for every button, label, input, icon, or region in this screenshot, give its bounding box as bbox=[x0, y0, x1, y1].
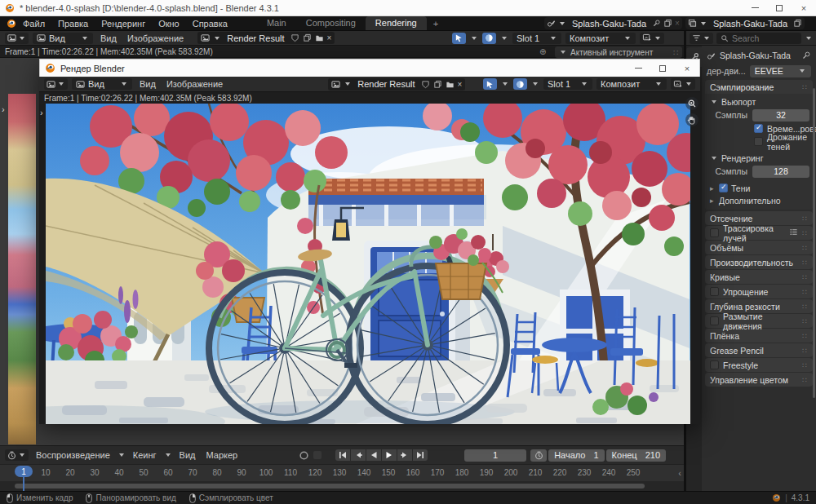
play-reverse-button[interactable] bbox=[366, 449, 381, 461]
pin-icon[interactable] bbox=[652, 19, 661, 28]
render-samples-field[interactable]: 128 bbox=[752, 166, 809, 178]
image-pin-button[interactable] bbox=[671, 78, 695, 90]
copy-icon[interactable] bbox=[663, 19, 672, 28]
menubar-item[interactable]: Файл bbox=[16, 19, 51, 29]
current-frame-field[interactable]: 1 bbox=[464, 449, 526, 462]
maximize-button[interactable] bbox=[767, 0, 792, 15]
datablock-name[interactable]: Render Result bbox=[355, 79, 417, 89]
sidebar-toggle-icon[interactable]: › bbox=[2, 105, 5, 113]
checkbox[interactable] bbox=[754, 137, 763, 146]
unlink-icon[interactable]: × bbox=[675, 19, 680, 28]
copy-icon[interactable] bbox=[793, 19, 802, 28]
frame-end-field[interactable]: Конец210 bbox=[606, 449, 666, 462]
prev-keyframe-button[interactable] bbox=[351, 449, 366, 461]
menu-image[interactable]: Изображение bbox=[163, 79, 226, 89]
view-mode-dropdown[interactable]: Вид bbox=[33, 33, 93, 44]
collapsed-panel[interactable]: Объёмы∷ bbox=[705, 241, 813, 254]
close-button[interactable]: × bbox=[675, 60, 699, 77]
render-window-titlebar[interactable]: Рендер Blender × bbox=[39, 59, 700, 77]
menu-marker[interactable]: Маркер bbox=[202, 450, 241, 460]
open-folder-icon[interactable] bbox=[446, 80, 455, 89]
slot-dropdown[interactable]: Slot 1 bbox=[543, 78, 592, 90]
minimize-button[interactable] bbox=[626, 60, 650, 77]
properties-scrollbar[interactable] bbox=[813, 88, 815, 398]
search-input[interactable]: Search bbox=[716, 33, 801, 44]
checkbox[interactable] bbox=[710, 287, 719, 296]
collapse-icon[interactable]: ‹ bbox=[678, 468, 681, 478]
viewport-subpanel-header[interactable]: Вьюпорт bbox=[708, 95, 809, 108]
blender-menu-icon[interactable] bbox=[7, 19, 16, 29]
menu-playback[interactable]: Воспроизведение bbox=[33, 450, 113, 460]
viewport-samples-field[interactable]: 32 bbox=[752, 109, 809, 122]
zoom-gizmo[interactable] bbox=[685, 97, 698, 110]
render-result-view[interactable]: › bbox=[39, 104, 700, 424]
fake-user-shield-icon[interactable] bbox=[290, 33, 299, 42]
menu-view[interactable]: Вид bbox=[136, 79, 159, 89]
jump-to-start-button[interactable] bbox=[335, 449, 350, 461]
scene-name[interactable]: Splash-Gaku-Tada bbox=[569, 19, 650, 29]
checkbox[interactable] bbox=[754, 124, 763, 133]
collapsed-panel[interactable]: Производительность∷ bbox=[705, 255, 813, 269]
menubar-item[interactable]: Рендеринг bbox=[95, 19, 152, 29]
view-layer-name[interactable]: Splash-Gaku-Tada bbox=[710, 19, 791, 29]
frame-start-field[interactable]: Начало1 bbox=[548, 449, 604, 462]
collapsed-panel[interactable]: Grease Pencil∷ bbox=[705, 343, 813, 357]
editor-type-button[interactable] bbox=[5, 449, 29, 461]
menubar-item[interactable]: Справка bbox=[186, 19, 234, 29]
checkbox[interactable] bbox=[710, 316, 719, 325]
collapsed-panel[interactable]: Упрощение∷ bbox=[705, 285, 813, 298]
menu-keying[interactable]: Кеинг bbox=[130, 450, 160, 460]
auto-key-record-icon[interactable] bbox=[299, 450, 309, 461]
menu-view[interactable]: Вид bbox=[97, 33, 120, 43]
jump-to-end-button[interactable] bbox=[413, 449, 428, 461]
datablock-name[interactable]: Render Result bbox=[224, 33, 286, 43]
display-channels-button[interactable] bbox=[482, 33, 496, 44]
editor-type-button[interactable] bbox=[5, 33, 29, 44]
collapsed-panel[interactable]: Размытие движения∷ bbox=[705, 314, 813, 328]
unlink-icon[interactable]: × bbox=[458, 80, 463, 89]
pin-icon[interactable] bbox=[801, 51, 811, 60]
timeline-track-area[interactable] bbox=[0, 481, 684, 491]
copy-icon[interactable] bbox=[303, 33, 312, 42]
collapsed-panel[interactable]: Управление цветом∷ bbox=[705, 373, 813, 387]
collapsed-panel[interactable]: Плёнка∷ bbox=[705, 329, 813, 343]
view-mode-dropdown[interactable]: Вид bbox=[72, 78, 132, 90]
add-workspace-button[interactable]: + bbox=[427, 17, 445, 30]
play-button[interactable] bbox=[382, 449, 397, 461]
unlink-icon[interactable]: × bbox=[327, 33, 332, 42]
minimize-button[interactable] bbox=[743, 0, 767, 15]
menubar-item[interactable]: Окно bbox=[152, 19, 186, 29]
filter-button[interactable] bbox=[690, 33, 713, 44]
timeline-scrollbar[interactable] bbox=[15, 484, 645, 489]
tweak-tool-button[interactable] bbox=[452, 33, 466, 44]
view-layer-selector[interactable]: Splash-Gaku-Tada bbox=[685, 17, 805, 29]
menu-image[interactable]: Изображение bbox=[124, 33, 187, 43]
active-tool-header[interactable]: Активный инструмент∷ bbox=[555, 46, 682, 58]
fake-user-shield-icon[interactable] bbox=[421, 80, 430, 89]
breadcrumb-scene-name[interactable]: Splash-Gaku-Tada bbox=[720, 51, 791, 60]
collapsed-panel[interactable]: Freestyle∷ bbox=[705, 358, 813, 372]
collapsed-panel[interactable]: Трассировка лучей∷ bbox=[705, 226, 813, 240]
pass-dropdown[interactable]: Композит bbox=[565, 33, 636, 44]
slot-dropdown[interactable]: Slot 1 bbox=[512, 33, 561, 44]
sampling-panel-header[interactable]: Сэмплирование∷ bbox=[705, 80, 813, 94]
pass-dropdown[interactable]: Композит bbox=[596, 78, 667, 90]
maximize-button[interactable] bbox=[650, 60, 675, 77]
image-datablock[interactable]: Render Result × bbox=[197, 32, 335, 44]
render-subpanel-header[interactable]: Рендеринг bbox=[708, 152, 809, 164]
timeline-ruler[interactable]: 1 ‹ 102030405060708090100110120130140150… bbox=[0, 464, 684, 481]
collapsed-panel[interactable]: Кривые∷ bbox=[705, 270, 813, 284]
next-keyframe-button[interactable] bbox=[397, 449, 412, 461]
render-engine-dropdown[interactable]: EEVEE bbox=[750, 65, 811, 77]
display-channels-button[interactable] bbox=[513, 78, 527, 90]
workspace-tab[interactable]: Rendering bbox=[366, 16, 427, 30]
image-datablock[interactable]: Render Result × bbox=[328, 78, 465, 91]
checkbox[interactable] bbox=[710, 228, 719, 237]
workspace-tab[interactable]: Main bbox=[257, 16, 296, 30]
scene-selector[interactable]: Splash-Gaku-Tada × bbox=[544, 17, 682, 29]
shadows-subpanel-header[interactable]: ▸Тени bbox=[708, 182, 809, 194]
image-pin-button[interactable] bbox=[640, 33, 664, 44]
checkbox[interactable] bbox=[710, 360, 719, 369]
keying-set-button[interactable] bbox=[313, 451, 322, 459]
menubar-item[interactable]: Правка bbox=[51, 19, 95, 29]
